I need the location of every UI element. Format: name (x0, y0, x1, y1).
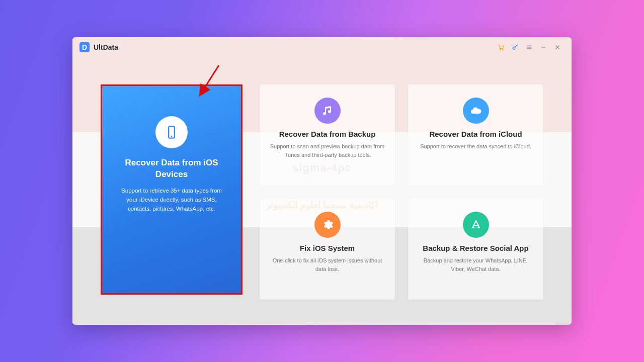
card-title: Recover Data from iCloud (418, 130, 533, 138)
app-window: D UltData sigma-4pc اكاديمية سيجما لعلوم… (72, 37, 572, 325)
svg-point-1 (503, 49, 504, 50)
card-desc: Backup and restore your WhatsApp, LINE, … (418, 256, 533, 273)
menu-icon[interactable] (522, 40, 536, 54)
titlebar: D UltData (72, 37, 572, 57)
card-desc: Support to scan and preview backup data … (270, 142, 385, 159)
card-title: Backup & Restore Social App (418, 244, 533, 252)
card-recover-icloud[interactable]: Recover Data from iCloud Support to reco… (408, 84, 543, 186)
phone-icon (155, 116, 188, 148)
card-recover-backup[interactable]: Recover Data from Backup Support to scan… (260, 84, 395, 186)
app-title: UltData (94, 43, 118, 51)
card-desc: One-click to fix all iOS system issues w… (270, 256, 385, 273)
card-backup-social[interactable]: Backup & Restore Social App Backup and r… (408, 199, 543, 300)
card-recover-ios-devices[interactable]: Recover Data from iOS Devices Support to… (101, 84, 243, 295)
svg-point-0 (500, 49, 501, 50)
key-icon[interactable] (508, 40, 522, 54)
card-title: Recover Data from iOS Devices (113, 157, 230, 180)
card-title: Recover Data from Backup (270, 130, 385, 138)
cloud-icon (463, 98, 489, 124)
card-title: Fix iOS System (270, 244, 385, 252)
card-fix-ios[interactable]: Fix iOS System One-click to fix all iOS … (260, 199, 395, 300)
appstore-icon (463, 212, 489, 238)
options-grid: Recover Data from Backup Support to scan… (260, 67, 543, 310)
card-desc: Support to recover the data synced to iC… (418, 142, 533, 151)
cart-icon[interactable] (494, 40, 508, 54)
gear-icon (314, 212, 341, 238)
app-logo-icon: D (79, 42, 90, 52)
close-icon[interactable] (550, 40, 565, 54)
minimize-icon[interactable] (536, 40, 550, 54)
card-desc: Support to retrieve 35+ data types from … (113, 187, 230, 213)
music-icon (314, 98, 341, 124)
content-area: Recover Data from iOS Devices Support to… (72, 57, 572, 325)
